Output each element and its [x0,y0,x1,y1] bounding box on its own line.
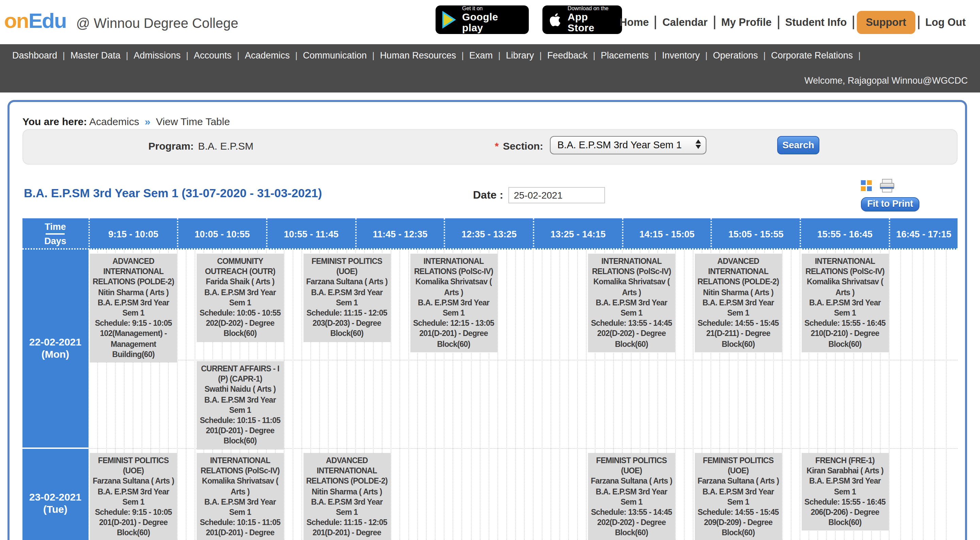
grid-line [408,249,409,540]
grid-line [506,249,507,540]
menu-separator: | [372,50,375,60]
grid-line [301,249,302,540]
cell-schedule: Schedule: 12:15 - 13:05 [411,318,496,329]
cell-room: 201(D-201) - Degree Block(60) [411,329,496,349]
corner-days-label: Days [44,236,66,246]
grid-line [900,249,901,540]
program-label: Program: [148,140,194,152]
grid-line [675,249,676,540]
menu-item-dashboard[interactable]: Dashboard [7,50,63,60]
grid-line [186,249,187,540]
cell-batch: B.A. E.P.SM 3rd Year Sem 1 [411,298,496,319]
menu-item-human-resources[interactable]: Human Resources [375,50,462,60]
search-button[interactable]: Search [777,136,819,154]
app-logo[interactable]: onEdu @ Winnou Degree College [4,9,238,33]
cell-schedule: Schedule: 11:15 - 12:05 [305,308,389,318]
cell-batch: B.A. E.P.SM 3rd Year Sem 1 [198,287,282,308]
date-input[interactable] [508,187,605,203]
timetable-cell: FEMINIST POLITICS (UOE)Farzana Sultana (… [90,453,177,540]
grid-line [550,249,551,540]
cell-batch: B.A. E.P.SM 3rd Year Sem 1 [803,298,887,319]
top-nav: HomeCalendarMy ProfileStudent InfoSuppor… [614,0,972,44]
cell-subject: ADVANCED INTERNATIONAL RELATIONS (POLDE-… [91,256,176,287]
menu-item-communication[interactable]: Communication [298,50,372,60]
grid-line [515,249,516,540]
cell-room: 201(D-201) - Degree Block(60) [305,528,389,540]
select-arrows-icon [695,140,701,149]
cell-subject: COMMUNITY OUTREACH (OUTR) [198,256,282,277]
cell-subject: INTERNATIONAL RELATIONS (PolSc-IV) [198,456,282,476]
menu-item-corporate-relations[interactable]: Corporate Relations [765,50,858,60]
menu-item-inventory[interactable]: Inventory [656,50,705,60]
date-label: Date : [473,189,503,201]
cell-teacher: Farzana Sultana ( Arts ) [305,277,389,287]
cell-batch: B.A. E.P.SM 3rd Year Sem 1 [91,487,176,507]
timetable-title: B.A. E.P.SM 3rd Year Sem 1 (31-07-2020 -… [24,186,322,201]
google-play-badge[interactable]: Get it on Google play [436,5,529,34]
menu-item-feedback[interactable]: Feedback [542,50,593,60]
grid-line [578,249,578,540]
day-label: 23-02-2021(Tue) [22,449,88,540]
cell-teacher: Komalika Shrivatsav ( Arts ) [198,476,282,497]
cell-room: 202(D-202) - Degree Block(60) [589,329,674,349]
cell-subject: CURRENT AFFAIRS - I (P) (CAPR-1) [198,364,282,384]
top-nav-calendar[interactable]: Calendar [656,16,714,28]
cell-subject: FEMINIST POLITICS (UOE) [91,456,176,476]
day-date: 23-02-2021 [29,491,81,503]
program-value: B.A. E.P.SM [198,140,253,152]
menu-item-operations[interactable]: Operations [708,50,763,60]
cell-schedule: Schedule: 13:55 - 14:45 [589,507,674,518]
cell-schedule: Schedule: 10:15 - 11:05 [198,518,282,528]
grid-line [889,249,889,540]
cell-teacher: Kiran Sarabhai ( Arts ) [803,466,887,476]
section-required-mark: * [495,140,499,152]
grid-line [935,249,935,540]
top-nav-log-out[interactable]: Log Out [919,16,972,28]
cell-batch: B.A. E.P.SM 3rd Year Sem 1 [589,298,674,319]
grid-line [542,249,542,540]
menu-item-academics[interactable]: Academics [239,50,295,60]
cell-subject: INTERNATIONAL RELATIONS (PolSc-IV) [803,256,887,277]
print-icon[interactable] [880,179,894,192]
cell-teacher: Nitin Sharma ( Arts ) [696,287,781,297]
view-grid-icon[interactable] [861,180,872,191]
app-store-badge[interactable]: Download on the App Store [542,5,622,34]
top-nav-student-info[interactable]: Student Info [779,16,853,28]
page: onEdu @ Winnou Degree College Get it on … [0,0,980,540]
breadcrumb-section[interactable]: Academics [89,116,139,127]
menu-separator: | [705,50,708,60]
menu-separator: | [858,50,861,60]
menu-item-exam[interactable]: Exam [464,50,498,60]
grid-line [586,249,587,540]
menu-separator: | [63,50,65,60]
time-slot-header: 13:25 - 14:15 [533,218,622,249]
top-nav-support[interactable]: Support [857,11,915,34]
cell-schedule: Schedule: 14:55 - 15:45 [696,507,781,518]
section-select[interactable]: B.A. E.P.SM 3rd Year Sem 1 [550,136,706,154]
menu-item-admissions[interactable]: Admissions [128,50,186,60]
college-name: @ Winnou Degree College [76,16,238,30]
timetable-header-row: Time Days 9:15 - 10:0510:05 - 10:5510:55… [22,218,958,249]
menu-separator: | [126,50,128,60]
timetable-cell: ADVANCED INTERNATIONAL RELATIONS (POLDE-… [303,453,390,540]
menu-item-placements[interactable]: Placements [595,50,654,60]
menu-item-accounts[interactable]: Accounts [189,50,237,60]
fit-to-print-button[interactable]: Fit to Print [861,197,920,211]
menu-item-library[interactable]: Library [501,50,540,60]
cell-schedule: Schedule: 15:55 - 16:45 [803,318,887,329]
time-slot-header: 15:55 - 16:45 [800,218,888,249]
top-nav-home[interactable]: Home [614,16,655,28]
timetable-cell: INTERNATIONAL RELATIONS (PolSc-IV)Komali… [588,254,675,352]
top-nav-my-profile[interactable]: My Profile [715,16,778,28]
grid-line [195,249,196,540]
grid-line [693,249,694,540]
day-label: 22-02-2021(Mon) [22,249,88,447]
cell-teacher: Nitin Sharma ( Arts ) [305,487,389,497]
cell-room: 201(D-201) - Degree Block(60) [198,528,282,540]
menu-item-master-data[interactable]: Master Data [65,50,126,60]
day-date: 22-02-2021 [29,336,81,349]
nav-separator [853,15,854,29]
google-play-icon [442,11,456,29]
time-slot-header: 16:45 - 17:15 [889,218,958,249]
grid-line [684,249,685,540]
